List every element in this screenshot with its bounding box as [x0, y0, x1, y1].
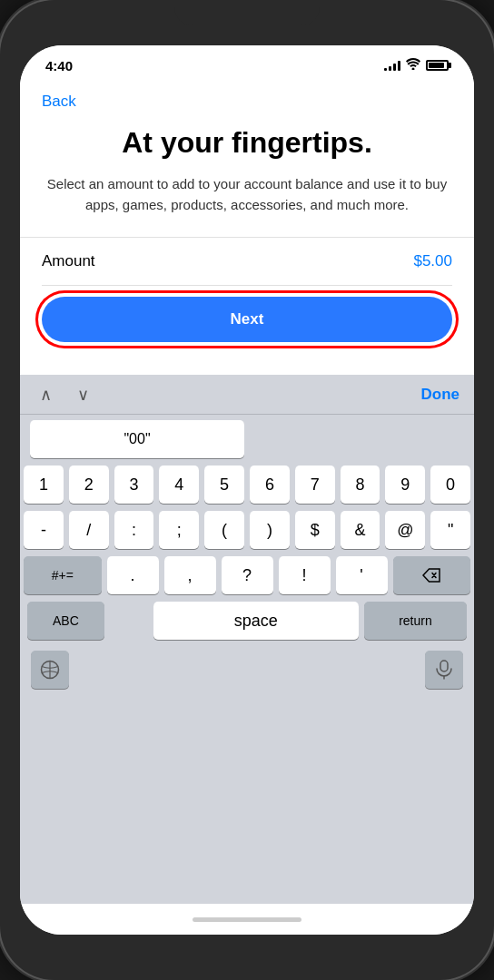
key-7[interactable]: 7: [295, 466, 335, 504]
page-title: At your fingertips.: [42, 125, 452, 160]
subtitle-text: Select an amount to add to your account …: [42, 174, 452, 215]
key-at[interactable]: @: [385, 511, 425, 549]
key-colon[interactable]: :: [114, 511, 154, 549]
keyboard-area: ∧ ∨ Done "00" 1 2 3: [20, 375, 474, 904]
keyboard-row-emoji: [24, 647, 470, 694]
key-2[interactable]: 2: [69, 466, 109, 504]
next-button-container: Next: [42, 286, 452, 357]
keyboard-row-more: #+= . , ? ! ': [24, 553, 470, 598]
app-content: Back At your fingertips. Select an amoun…: [20, 85, 474, 375]
key-emoji[interactable]: [31, 651, 69, 689]
home-indicator: [20, 904, 474, 935]
keyboard-nav: ∧ ∨: [35, 381, 94, 408]
key-apostrophe[interactable]: ': [336, 556, 388, 594]
key-8[interactable]: 8: [341, 466, 380, 504]
key-comma[interactable]: ,: [164, 556, 216, 594]
keyboard-special-row: "00": [20, 415, 474, 462]
key-open-paren[interactable]: (: [204, 511, 244, 549]
key-slash[interactable]: /: [69, 511, 109, 549]
phone-frame: 4:40: [0, 0, 494, 980]
key-dash[interactable]: -: [24, 511, 64, 549]
key-hash-plus-equals[interactable]: #+=: [24, 556, 102, 594]
phone-screen: 4:40: [20, 45, 474, 935]
key-question[interactable]: ?: [222, 556, 273, 594]
back-button[interactable]: Back: [42, 93, 76, 111]
key-5[interactable]: 5: [204, 466, 244, 504]
keyboard-rows: 1 2 3 4 5 6 7 8 9 0 - /: [20, 462, 474, 904]
key-return[interactable]: return: [364, 602, 467, 640]
amount-value: $5.00: [413, 252, 452, 270]
key-0[interactable]: 0: [430, 466, 470, 504]
keyboard-next-button[interactable]: ∨: [72, 381, 94, 408]
signal-icon: [384, 60, 400, 71]
notch: [174, 0, 320, 25]
status-icons: [384, 58, 449, 73]
key-period[interactable]: .: [107, 556, 159, 594]
key-semicolon[interactable]: ;: [159, 511, 199, 549]
key-6[interactable]: 6: [250, 466, 290, 504]
status-time: 4:40: [45, 58, 73, 74]
key-backspace[interactable]: [393, 556, 471, 594]
key-close-paren[interactable]: ): [250, 511, 290, 549]
keyboard-row-bottom: ABC space return: [24, 598, 470, 647]
key-dollar[interactable]: $: [295, 511, 335, 549]
battery-fill: [429, 63, 444, 68]
keyboard-toolbar: ∧ ∨ Done: [20, 375, 474, 415]
home-bar: [193, 917, 301, 922]
amount-label: Amount: [42, 252, 95, 270]
key-1[interactable]: 1: [24, 466, 64, 504]
battery-icon: [426, 60, 449, 71]
double-zero-key[interactable]: "00": [30, 420, 244, 458]
key-spacer: [110, 602, 148, 640]
content-area: Back At your fingertips. Select an amoun…: [20, 85, 474, 935]
next-button[interactable]: Next: [42, 297, 452, 342]
key-exclaim[interactable]: !: [279, 556, 331, 594]
key-space[interactable]: space: [153, 602, 359, 640]
keyboard-done-button[interactable]: Done: [421, 386, 460, 404]
key-ampersand[interactable]: &: [341, 511, 380, 549]
key-microphone[interactable]: [425, 651, 463, 689]
key-4[interactable]: 4: [159, 466, 199, 504]
keyboard-row-numbers: 1 2 3 4 5 6 7 8 9 0: [24, 462, 470, 507]
keyboard-prev-button[interactable]: ∧: [35, 381, 57, 408]
keyboard-row-symbols: - / : ; ( ) $ & @ ": [24, 507, 470, 553]
key-3[interactable]: 3: [114, 466, 154, 504]
status-bar: 4:40: [20, 45, 474, 85]
wifi-icon: [406, 58, 420, 73]
amount-row[interactable]: Amount $5.00: [42, 238, 452, 286]
key-abc[interactable]: ABC: [27, 602, 104, 640]
key-quote[interactable]: ": [430, 511, 470, 549]
key-9[interactable]: 9: [385, 466, 425, 504]
svg-rect-2: [440, 661, 448, 671]
